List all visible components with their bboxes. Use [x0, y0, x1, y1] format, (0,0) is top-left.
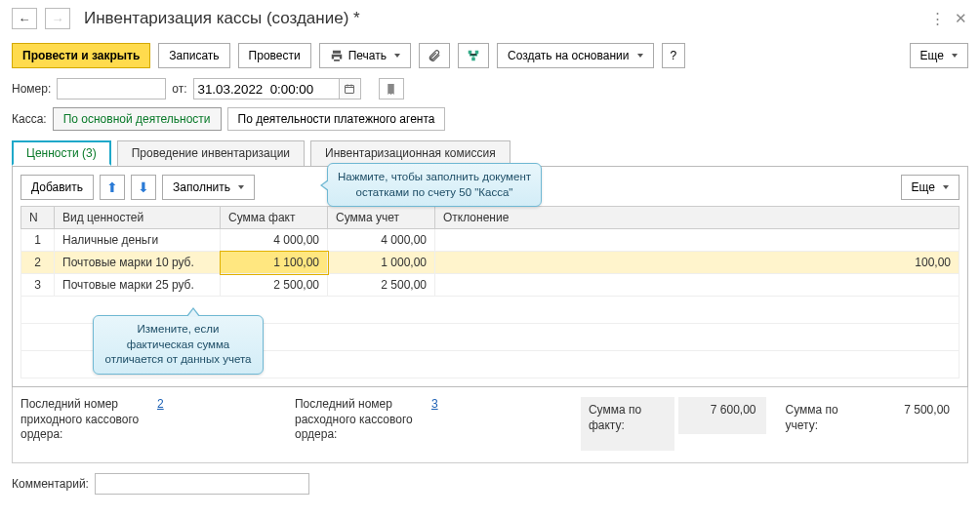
chevron-down-icon — [943, 185, 949, 189]
add-row-button[interactable]: Добавить — [20, 175, 94, 200]
receipt-icon-button[interactable] — [379, 78, 404, 99]
move-down-button[interactable]: ⬇ — [131, 175, 156, 200]
cell-fact-active[interactable]: 1 100,00 — [221, 252, 328, 274]
main-toolbar: Провести и закрыть Записать Провести Печ… — [12, 43, 968, 68]
svg-rect-2 — [471, 58, 475, 61]
save-button[interactable]: Записать — [158, 43, 229, 68]
cell-kind: Наличные деньги — [55, 229, 221, 252]
kassa-agent-option[interactable]: По деятельности платежного агента — [227, 107, 446, 131]
printer-icon — [330, 49, 344, 62]
sum-uchet-label: Сумма по учету: — [778, 397, 868, 451]
panel-more-label: Еще — [912, 180, 935, 194]
sum-fact-label: Сумма по факту: — [581, 397, 674, 451]
tab-panel: Нажмите, чтобы заполнить документ остатк… — [12, 166, 968, 387]
col-uchet: Сумма учет — [328, 207, 435, 229]
post-and-close-button[interactable]: Провести и закрыть — [12, 43, 150, 68]
cell-fact[interactable]: 4 000,00 — [221, 229, 328, 252]
sum-fact-value: 7 600,00 — [678, 397, 766, 434]
hint-fill: Нажмите, чтобы заполнить документ остатк… — [327, 163, 542, 207]
panel-more-button[interactable]: Еще — [901, 175, 960, 200]
calendar-icon — [344, 83, 355, 95]
cell-n: 1 — [21, 229, 55, 252]
chevron-down-icon — [637, 54, 643, 58]
tab-values[interactable]: Ценности (3) — [12, 140, 111, 166]
receipt-icon — [385, 83, 397, 96]
number-label: Номер: — [12, 82, 51, 96]
create-based-label: Создать на основании — [508, 49, 630, 62]
help-button[interactable]: ? — [662, 43, 686, 68]
chevron-down-icon — [952, 54, 958, 58]
fill-label: Заполнить — [173, 180, 230, 194]
cell-dev: 100,00 — [435, 252, 960, 274]
paperclip-icon — [428, 49, 441, 62]
cell-n: 3 — [21, 274, 55, 297]
move-up-button[interactable]: ⬆ — [100, 175, 125, 200]
cell-dev — [435, 274, 960, 297]
cell-fact[interactable]: 2 500,00 — [221, 274, 328, 297]
col-n: N — [21, 207, 55, 229]
col-fact: Сумма факт — [221, 207, 328, 229]
footer: Последний номер приходного кассового орд… — [12, 387, 968, 463]
arrow-down-icon: ⬇ — [138, 179, 149, 195]
table-row[interactable]: 1 Наличные деньги 4 000,00 4 000,00 — [21, 229, 960, 252]
cell-dev — [435, 229, 960, 252]
title-bar: ← → Инвентаризация кассы (создание) * ⋮ … — [12, 8, 968, 29]
arrow-up-icon: ⬆ — [106, 179, 118, 195]
col-kind: Вид ценностей — [55, 207, 221, 229]
comment-label: Комментарий: — [12, 477, 89, 491]
col-dev: Отклонение — [435, 207, 960, 229]
close-icon[interactable]: ✕ — [953, 10, 968, 27]
more-button[interactable]: Еще — [910, 43, 968, 68]
page-title: Инвентаризация кассы (создание) * — [84, 9, 360, 28]
cell-kind: Почтовые марки 25 руб. — [55, 274, 221, 297]
table-row[interactable]: 3 Почтовые марки 25 руб. 2 500,00 2 500,… — [21, 274, 960, 297]
print-button[interactable]: Печать — [319, 43, 411, 68]
calendar-button[interactable] — [340, 78, 361, 99]
kassa-main-option[interactable]: По основной деятельности — [53, 107, 222, 131]
sum-uchet-value: 7 500,00 — [872, 397, 960, 434]
table-row[interactable]: 2 Почтовые марки 10 руб. 1 100,00 1 000,… — [21, 252, 960, 274]
comment-input[interactable] — [95, 473, 309, 495]
print-label: Печать — [348, 49, 387, 62]
hint-edit-fact: Измените, если фактическая сумма отличае… — [93, 315, 264, 375]
cell-n: 2 — [21, 252, 55, 274]
tree-icon — [467, 49, 480, 62]
last-outcome-label: Последний номер расходного кассового орд… — [295, 397, 422, 443]
svg-rect-0 — [469, 51, 472, 55]
cell-kind: Почтовые марки 10 руб. — [55, 252, 221, 274]
more-label: Еще — [920, 49, 944, 62]
forward-button[interactable]: → — [45, 8, 70, 29]
structure-button[interactable] — [458, 43, 489, 68]
date-input[interactable] — [193, 78, 340, 99]
create-based-button[interactable]: Создать на основании — [497, 43, 654, 68]
chevron-down-icon — [238, 185, 244, 189]
svg-rect-1 — [475, 51, 479, 55]
kebab-icon[interactable]: ⋮ — [929, 10, 945, 27]
from-label: от: — [172, 82, 186, 96]
fill-button[interactable]: Заполнить — [162, 175, 255, 200]
last-income-link[interactable]: 2 — [157, 397, 164, 411]
svg-rect-3 — [346, 86, 354, 94]
chevron-down-icon — [394, 54, 400, 58]
kassa-label: Касса: — [12, 112, 47, 126]
tab-inventory[interactable]: Проведение инвентаризации — [117, 140, 305, 166]
attach-button[interactable] — [419, 43, 450, 68]
last-income-label: Последний номер приходного кассового орд… — [20, 397, 147, 443]
cell-uchet: 4 000,00 — [328, 229, 435, 252]
cell-uchet: 1 000,00 — [328, 252, 435, 274]
back-button[interactable]: ← — [12, 8, 37, 29]
cell-uchet: 2 500,00 — [328, 274, 435, 297]
number-input[interactable] — [57, 78, 166, 99]
last-outcome-link[interactable]: 3 — [431, 397, 438, 411]
post-button[interactable]: Провести — [238, 43, 311, 68]
